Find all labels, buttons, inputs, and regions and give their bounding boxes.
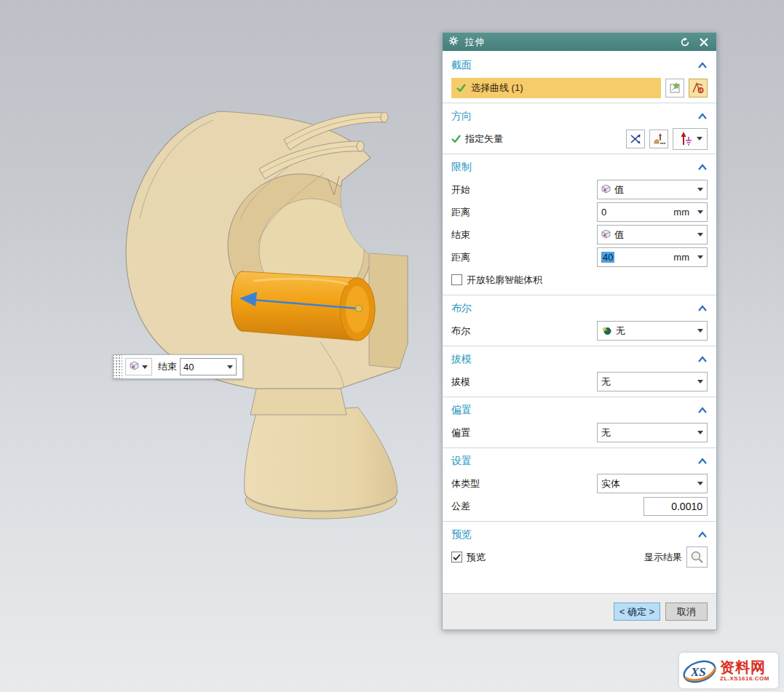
watermark-url: ZL.XS1616.COM (720, 676, 769, 682)
offset-dropdown[interactable]: 无 (597, 423, 708, 442)
boolean-dropdown[interactable]: 无 (597, 321, 708, 341)
chevron-up-icon[interactable] (697, 407, 708, 414)
dropdown-caret-icon (697, 233, 703, 236)
start-distance-label: 距离 (451, 206, 593, 219)
drag-grip-icon[interactable] (114, 355, 122, 378)
offset-value: 无 (601, 426, 694, 440)
boolean-header[interactable]: 布尔 (443, 298, 716, 319)
offset-header[interactable]: 偏置 (443, 399, 716, 421)
boolean-label: 布尔 (451, 325, 593, 338)
cad-viewport: 结束 40 拉伸 截面 (0, 0, 784, 692)
group-direction: 方向 指定矢量 (443, 103, 716, 152)
body-type-dropdown[interactable]: 实体 (597, 474, 708, 493)
cancel-button[interactable]: 取消 (665, 602, 708, 621)
cube-icon (601, 229, 611, 241)
model-base[interactable] (245, 389, 397, 519)
limits-header-label: 限制 (451, 161, 697, 174)
start-row: 开始 值 (443, 178, 716, 201)
dropdown-caret-icon (697, 210, 703, 214)
watermark-logo-icon: XS (681, 656, 718, 686)
sketch-section-button[interactable] (689, 79, 708, 98)
limit-mode-dropdown[interactable] (125, 358, 152, 375)
chevron-up-icon[interactable] (697, 164, 708, 171)
gear-icon (448, 36, 459, 49)
select-curve-field[interactable]: 选择曲线 (1) (451, 78, 661, 98)
close-icon[interactable] (697, 36, 710, 49)
tolerance-label: 公差 (451, 500, 639, 513)
direction-header[interactable]: 方向 (443, 106, 716, 127)
chevron-up-icon[interactable] (697, 62, 708, 69)
start-distance-field[interactable]: 0 mm (597, 202, 708, 222)
checkmark-icon (453, 554, 461, 561)
draft-row: 拔模 无 (443, 370, 716, 393)
preview-header[interactable]: 预览 (443, 524, 716, 546)
end-distance-row: 距离 40 mm (443, 246, 716, 269)
vector-origin-handle[interactable] (356, 306, 363, 312)
watermark-name: 资料网 (720, 660, 769, 675)
draft-label: 拔模 (451, 375, 593, 389)
offset-row: 偏置 无 (443, 421, 716, 444)
offset-header-label: 偏置 (451, 404, 697, 417)
chevron-up-icon[interactable] (697, 356, 708, 363)
group-settings: 设置 体类型 实体 公差 0.0010 (443, 448, 716, 520)
preview-label: 预览 (467, 551, 640, 564)
dialog-title: 拉伸 (464, 36, 673, 49)
vector-dialog-button[interactable] (649, 130, 668, 148)
onscreen-input-toolbar[interactable]: 结束 40 (113, 354, 243, 379)
tolerance-value[interactable]: 0.0010 (671, 501, 702, 512)
boolean-header-label: 布尔 (451, 302, 697, 315)
end-label: 结束 (158, 360, 177, 373)
dropdown-caret-icon (697, 255, 703, 259)
section-header-label: 截面 (451, 59, 697, 72)
chevron-up-icon[interactable] (697, 113, 708, 120)
dialog-titlebar[interactable]: 拉伸 (443, 33, 716, 51)
draft-dropdown[interactable]: 无 (597, 372, 708, 391)
open-profile-checkbox[interactable] (451, 274, 462, 285)
preview-checkbox[interactable] (451, 552, 462, 562)
cube-icon (130, 360, 139, 373)
dropdown-caret-icon (697, 188, 703, 191)
chevron-up-icon[interactable] (697, 305, 708, 312)
draft-header-label: 拔模 (451, 353, 697, 366)
show-result-button[interactable] (686, 546, 708, 568)
end-distance-value-selected[interactable]: 40 (601, 252, 614, 263)
check-icon (451, 135, 461, 143)
select-curve-label: 选择曲线 (1) (471, 81, 523, 95)
dropdown-caret-icon (697, 431, 703, 434)
dropdown-caret-icon (697, 380, 703, 383)
body-type-value: 实体 (601, 477, 694, 490)
model-hook-body[interactable] (126, 111, 408, 389)
chevron-up-icon[interactable] (697, 458, 708, 465)
start-distance-value[interactable]: 0 (601, 207, 670, 218)
group-section: 截面 选择曲线 (1) (443, 54, 716, 101)
specify-vector-label: 指定矢量 (465, 132, 622, 146)
body-type-row: 体类型 实体 (443, 472, 716, 495)
settings-header[interactable]: 设置 (443, 450, 716, 472)
open-profile-label: 开放轮廓智能体积 (467, 274, 708, 287)
end-type-dropdown[interactable]: 值 (597, 225, 708, 244)
extrude-preview-cylinder[interactable] (231, 271, 375, 341)
curve-rule-button[interactable] (665, 79, 684, 98)
end-distance-label: 距离 (451, 251, 593, 264)
end-label: 结束 (451, 228, 593, 242)
ok-button[interactable]: < 确定 > (614, 602, 660, 621)
draft-header[interactable]: 拔模 (443, 349, 716, 370)
end-distance-value[interactable]: 40 (183, 362, 227, 373)
preview-header-label: 预览 (451, 528, 697, 541)
preview-row: 预览 显示结果 (443, 546, 716, 568)
end-distance-field[interactable]: 40 (180, 358, 237, 375)
section-header[interactable]: 截面 (443, 55, 716, 76)
reset-icon[interactable] (678, 36, 692, 49)
draft-value: 无 (601, 375, 694, 389)
limits-header[interactable]: 限制 (443, 156, 716, 178)
chevron-up-icon[interactable] (697, 531, 708, 538)
svg-text:XS: XS (690, 665, 706, 679)
tolerance-field[interactable]: 0.0010 (644, 497, 708, 516)
end-row: 结束 值 (443, 223, 716, 246)
reverse-direction-button[interactable] (626, 130, 645, 148)
start-type-dropdown[interactable]: 值 (597, 180, 708, 199)
offset-label: 偏置 (451, 426, 593, 440)
settings-header-label: 设置 (451, 455, 697, 468)
vector-type-dropdown[interactable] (673, 128, 708, 150)
end-distance-field[interactable]: 40 mm (597, 247, 708, 267)
